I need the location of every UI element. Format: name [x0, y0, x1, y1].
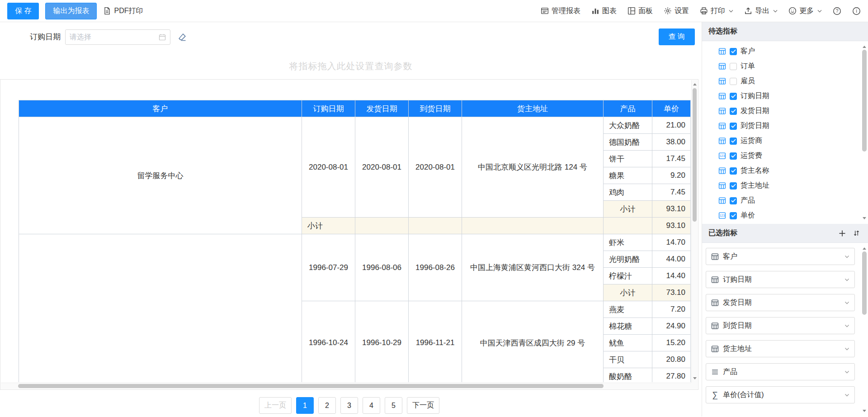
selected-field-item[interactable]: ∑单价(合计值)	[706, 386, 855, 403]
chevron-down-icon[interactable]	[844, 255, 849, 258]
sort-fields-button[interactable]	[853, 230, 860, 237]
scroll-down-arrow-icon[interactable]	[863, 410, 866, 414]
pending-field-item[interactable]: 到货日期	[718, 118, 868, 133]
add-field-button[interactable]	[839, 230, 846, 237]
chevron-down-icon	[817, 9, 822, 13]
scroll-down-arrow-icon[interactable]	[693, 377, 697, 381]
price-cell: 7.20	[652, 301, 691, 318]
pending-field-item[interactable]: 产品	[718, 193, 868, 208]
selected-field-item[interactable]: 货主地址	[706, 340, 855, 357]
chevron-down-icon[interactable]	[844, 324, 849, 327]
pending-field-item[interactable]: 运货商	[718, 133, 868, 148]
pending-field-label: 雇员	[741, 76, 755, 86]
pending-field-item[interactable]: 123单价	[718, 208, 868, 223]
pending-field-list: 客户订单雇员订购日期发货日期到货日期运货商123运货费货主名称货主地址产品123…	[702, 41, 868, 223]
ship-date-cell: 1996-08-06	[355, 234, 409, 301]
selected-field-item[interactable]: 订购日期	[706, 271, 855, 288]
chevron-down-icon[interactable]	[844, 370, 849, 374]
manage-reports-button[interactable]: 管理报表	[541, 6, 580, 16]
page-button-2[interactable]: 2	[318, 397, 336, 414]
price-cell: 14.40	[652, 268, 691, 284]
hscroll-thumb[interactable]	[18, 384, 604, 388]
pending-field-label: 运货商	[741, 136, 762, 146]
field-checkbox[interactable]	[730, 182, 737, 190]
scroll-up-arrow-icon[interactable]	[693, 81, 697, 85]
charts-button[interactable]: 图表	[591, 6, 617, 16]
pending-field-item[interactable]: 客户	[718, 44, 868, 59]
settings-button[interactable]: 设置	[664, 6, 689, 16]
pending-panel-title: 待选指标	[708, 27, 737, 36]
page-button-5[interactable]: 5	[385, 397, 402, 414]
pdf-print-button[interactable]: PDF打印	[103, 6, 143, 16]
field-checkbox[interactable]	[730, 123, 737, 130]
prev-page-button[interactable]: 上一页	[259, 397, 292, 414]
report-hscrollbar[interactable]	[1, 383, 691, 389]
scroll-up-arrow-icon[interactable]	[863, 44, 866, 48]
calendar-icon[interactable]	[159, 33, 166, 41]
field-checkbox[interactable]	[730, 93, 737, 100]
pending-scrollbar[interactable]	[862, 43, 867, 223]
empty-cell	[462, 218, 604, 234]
selected-field-item[interactable]: 发货日期	[706, 294, 855, 311]
text-field-icon	[718, 122, 726, 130]
report-vscrollbar[interactable]	[691, 80, 698, 383]
more-button[interactable]: 更多	[788, 6, 822, 16]
scroll-up-arrow-icon[interactable]	[863, 246, 866, 250]
export-button[interactable]: 导出	[744, 6, 778, 16]
date-input[interactable]	[70, 33, 159, 41]
panel-button[interactable]: 面板	[627, 6, 653, 16]
page-button-1[interactable]: 1	[296, 397, 314, 414]
pending-field-item[interactable]: 订单	[718, 59, 868, 74]
field-checkbox[interactable]	[730, 167, 737, 175]
selected-scroll-thumb[interactable]	[862, 251, 867, 315]
page-button-3[interactable]: 3	[340, 397, 358, 414]
next-page-button[interactable]: 下一页	[407, 397, 439, 414]
field-checkbox[interactable]	[730, 137, 737, 145]
chevron-down-icon[interactable]	[844, 278, 849, 281]
save-button[interactable]: 保 存	[7, 3, 39, 19]
clear-icon[interactable]	[178, 33, 187, 42]
field-checkbox[interactable]	[730, 212, 737, 219]
pending-field-item[interactable]: 货主地址	[718, 178, 868, 193]
address-cell: 中国上海黄浦区黄河西口大街 324 号	[462, 234, 604, 301]
pending-field-item[interactable]: 123运货费	[718, 148, 868, 163]
pending-field-item[interactable]: 订购日期	[718, 89, 868, 104]
query-bar: 订购日期 查 询	[0, 22, 702, 45]
info-icon[interactable]: i	[852, 7, 861, 15]
pending-field-item[interactable]: 发货日期	[718, 104, 868, 118]
field-checkbox[interactable]	[730, 63, 737, 70]
scroll-down-arrow-icon[interactable]	[863, 217, 866, 221]
column-header: 订购日期	[302, 100, 355, 117]
field-checkbox[interactable]	[730, 48, 737, 55]
selected-scrollbar[interactable]	[862, 244, 867, 415]
field-checkbox[interactable]	[730, 197, 737, 204]
product-cell: 德国奶酪	[604, 134, 652, 151]
help-icon[interactable]: ?	[833, 7, 841, 15]
pending-field-label: 订单	[741, 62, 755, 71]
selected-field-item[interactable]: 产品	[706, 363, 855, 380]
selected-field-item[interactable]: 客户	[706, 248, 855, 265]
page-button-4[interactable]: 4	[363, 397, 380, 414]
chevron-down-icon[interactable]	[844, 393, 849, 397]
field-checkbox[interactable]	[730, 78, 737, 85]
field-checkbox[interactable]	[730, 108, 737, 115]
date-picker[interactable]	[65, 29, 170, 45]
field-checkbox[interactable]	[730, 152, 737, 160]
pending-field-label: 客户	[741, 47, 755, 56]
pending-field-item[interactable]: 货主名称	[718, 163, 868, 178]
chevron-down-icon[interactable]	[844, 347, 849, 351]
printer-icon	[700, 7, 708, 15]
pending-scroll-thumb[interactable]	[862, 50, 867, 152]
ship-date-cell: 1996-10-29	[355, 301, 409, 383]
text-field-icon	[718, 137, 726, 145]
customer-cell: 留学服务中心	[19, 117, 302, 234]
search-button[interactable]: 查 询	[659, 28, 695, 45]
subtotal-value-cell: 73.10	[652, 284, 691, 301]
selected-field-item[interactable]: 到货日期	[706, 317, 855, 334]
pending-field-item[interactable]: 雇员	[718, 74, 868, 89]
pending-field-label: 产品	[741, 196, 755, 205]
vscroll-thumb[interactable]	[693, 88, 697, 222]
output-report-button[interactable]: 输出为报表	[45, 3, 97, 19]
print-button[interactable]: 打印	[700, 6, 733, 16]
chevron-down-icon[interactable]	[844, 301, 849, 304]
